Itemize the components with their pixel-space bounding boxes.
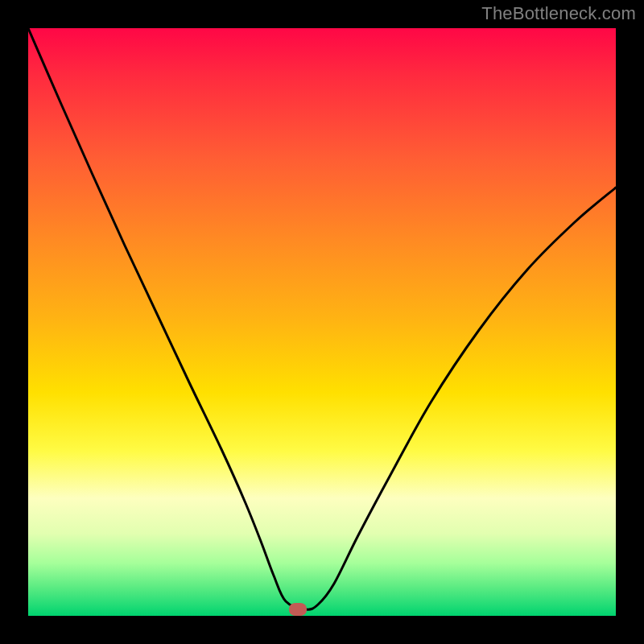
- curve-path: [28, 28, 616, 609]
- chart-frame: TheBottleneck.com: [0, 0, 644, 644]
- optimal-point-marker: [289, 603, 307, 616]
- watermark-text: TheBottleneck.com: [481, 3, 636, 24]
- bottleneck-curve: [28, 28, 616, 616]
- plot-area: [28, 28, 616, 616]
